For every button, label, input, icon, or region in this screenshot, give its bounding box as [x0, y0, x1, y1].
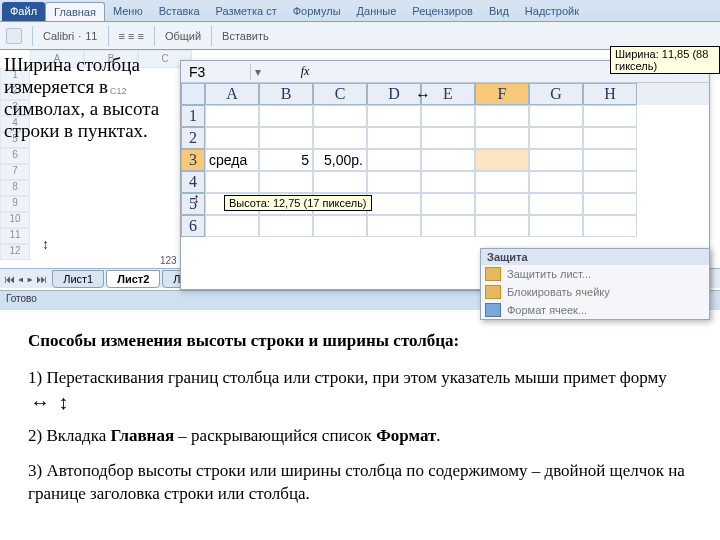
tab-menu[interactable]: Меню: [105, 2, 151, 21]
paste-icon[interactable]: [6, 28, 22, 44]
cell-c3[interactable]: 5,00р.: [313, 149, 367, 171]
alignment-group: ≡ ≡ ≡: [119, 30, 144, 42]
menu-protect-sheet[interactable]: Защитить лист...: [481, 265, 709, 283]
resize-horizontal-icon: ↔: [415, 86, 431, 104]
tab-home[interactable]: Главная: [45, 2, 105, 21]
tab-addins[interactable]: Надстройк: [517, 2, 587, 21]
tab-insert[interactable]: Вставка: [151, 2, 208, 21]
row-6[interactable]: 6: [181, 215, 205, 237]
article-heading: Способы изменения высоты строки и ширины…: [28, 330, 686, 353]
screenshot-region: ABC 12 34 56 78 910 1112 C12 Ширина стол…: [0, 50, 720, 310]
ribbon-tabs: Файл Главная Меню Вставка Разметка ст Фо…: [0, 0, 720, 21]
width-tooltip: Ширина: 11,85 (88 гиксель): [610, 46, 720, 74]
row-3[interactable]: 3: [181, 149, 205, 171]
sheet-nav-icon[interactable]: ⏮ ◀ ▶ ⏭: [0, 273, 51, 285]
sheet-tab-1[interactable]: Лист1: [52, 270, 104, 288]
col-a[interactable]: A: [205, 83, 259, 105]
point-2: 2) Вкладка Главная – раскрывающийся спис…: [28, 425, 686, 448]
col-d[interactable]: D: [367, 83, 421, 105]
cell-a3[interactable]: среда: [205, 149, 259, 171]
number-format[interactable]: Общий: [165, 30, 201, 42]
height-tooltip: Высота: 12,75 (17 пиксель): [224, 195, 372, 211]
resize-horizontal-cursor-icon: ↔: [30, 397, 50, 407]
row-2[interactable]: 2: [181, 127, 205, 149]
resize-vertical-icon-2: ↕: [43, 236, 49, 252]
shield-icon: [485, 267, 501, 281]
col-c[interactable]: C: [313, 83, 367, 105]
col-h[interactable]: H: [583, 83, 637, 105]
font-size[interactable]: 11: [85, 30, 97, 42]
cell-f3[interactable]: [475, 149, 529, 171]
col-f[interactable]: F: [475, 83, 529, 105]
lock-icon: [485, 285, 501, 299]
column-headers: A B C D E F G H: [181, 83, 709, 105]
tab-file[interactable]: Файл: [2, 2, 45, 21]
menu-format-cells[interactable]: Формат ячеек...: [481, 301, 709, 319]
menu-lock-cell[interactable]: Блокировать ячейку: [481, 283, 709, 301]
ribbon-body: Calibri · 11 ≡ ≡ ≡ Общий Вставить: [0, 21, 720, 49]
row-1[interactable]: 1: [181, 105, 205, 127]
resize-vertical-cursor-icon: ↕: [58, 397, 68, 407]
sheet-tab-2[interactable]: Лист2: [106, 270, 160, 288]
format-icon: [485, 303, 501, 317]
font-name[interactable]: Calibri: [43, 30, 74, 42]
col-g[interactable]: G: [529, 83, 583, 105]
article: Способы изменения высоты строки и ширины…: [0, 310, 720, 538]
insert-btn[interactable]: Вставить: [222, 30, 269, 42]
name-box[interactable]: F3: [181, 64, 251, 80]
ribbon: Файл Главная Меню Вставка Разметка ст Фо…: [0, 0, 720, 50]
select-all-corner[interactable]: [181, 83, 205, 105]
point-3: 3) Автоподбор высоты строки или ширины с…: [28, 460, 686, 506]
point-1: 1) Перетаскивания границ столбца или стр…: [28, 367, 686, 413]
cell-b3[interactable]: 5: [259, 149, 313, 171]
fx-icon[interactable]: fx: [295, 64, 315, 79]
tab-view[interactable]: Вид: [481, 2, 517, 21]
protection-menu: Защита Защитить лист... Блокировать ячей…: [480, 248, 710, 320]
resize-vertical-icon: ↕: [194, 190, 200, 206]
tab-data[interactable]: Данные: [349, 2, 405, 21]
col-b[interactable]: B: [259, 83, 313, 105]
name-dropdown-icon[interactable]: ▾: [251, 65, 265, 79]
tab-layout[interactable]: Разметка ст: [208, 2, 285, 21]
note-textbox: Ширина столбца измеряется в символах, а …: [4, 54, 180, 141]
menu-header: Защита: [481, 249, 709, 265]
tab-formulas[interactable]: Формулы: [285, 2, 349, 21]
tab-review[interactable]: Рецензиров: [404, 2, 481, 21]
